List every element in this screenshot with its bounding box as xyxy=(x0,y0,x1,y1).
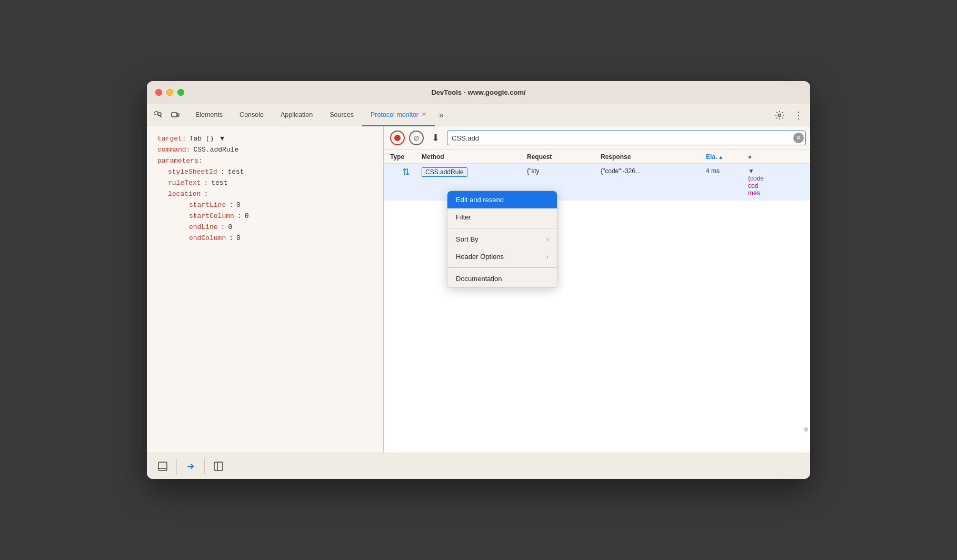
svg-rect-5 xyxy=(158,462,167,471)
startColumn-label: startColumn xyxy=(189,212,234,220)
search-clear-button[interactable]: ✕ xyxy=(793,133,804,143)
styleSheetId-row: styleSheetId : test xyxy=(168,168,373,176)
tab-elements[interactable]: Elements xyxy=(187,104,231,126)
ctx-edit-resend[interactable]: Edit and resend xyxy=(447,191,557,208)
type-icon: ⇅ xyxy=(390,167,422,197)
ctx-filter-label: Filter xyxy=(456,213,471,221)
startLine-value: 0 xyxy=(236,201,241,209)
more-tabs-icon[interactable]: » xyxy=(435,104,448,126)
styleSheetId-value: test xyxy=(227,168,244,176)
ctx-documentation-label: Documentation xyxy=(456,275,502,283)
endLine-row: endLine : 0 xyxy=(189,223,373,231)
ctx-header-options-arrow: › xyxy=(546,253,549,261)
svg-rect-7 xyxy=(214,462,223,471)
ctx-filter[interactable]: Filter xyxy=(447,208,557,226)
tab-console[interactable]: Console xyxy=(231,104,272,126)
ctx-sort-by-arrow: › xyxy=(546,236,549,243)
close-button[interactable] xyxy=(155,89,162,96)
download-button[interactable]: ⬇ xyxy=(428,131,443,145)
record-icon xyxy=(394,135,401,141)
ruleText-value: test xyxy=(211,179,227,187)
title-bar: DevTools - www.google.com/ xyxy=(147,81,810,104)
target-row: target: Tab () ▼ xyxy=(157,135,373,143)
tab-bar: Elements Console Application Sources Pro… xyxy=(147,104,810,126)
clear-icon: ⊘ xyxy=(413,134,420,142)
endLine-label: endLine xyxy=(189,223,218,231)
command-row: command: CSS.addRule xyxy=(157,146,373,154)
menu-icon[interactable]: ⋮ xyxy=(791,108,806,123)
endColumn-label: endColumn xyxy=(189,234,226,242)
settings-icon[interactable] xyxy=(772,108,787,123)
ctx-divider-1 xyxy=(447,228,557,228)
tab-sources[interactable]: Sources xyxy=(321,104,362,126)
ctx-header-options[interactable]: Header Options › xyxy=(447,248,557,265)
devtools-window: DevTools - www.google.com/ Elements xyxy=(147,81,810,479)
window-title: DevTools - www.google.com/ xyxy=(431,88,525,96)
col-elapsed-header[interactable]: Ela. ▲ xyxy=(706,153,748,161)
tab-close-icon[interactable]: ✕ xyxy=(422,111,426,118)
col-more-header[interactable]: » xyxy=(748,153,769,161)
right-panel: ⊘ ⬇ ✕ Type Method Request xyxy=(384,126,810,453)
svg-point-4 xyxy=(779,114,781,116)
ctx-sort-by-label: Sort By xyxy=(456,235,478,243)
ctx-header-options-label: Header Options xyxy=(456,253,504,261)
main-area: target: Tab () ▼ command: CSS.addRule pa… xyxy=(147,126,810,453)
inspect-icon[interactable] xyxy=(151,108,166,123)
target-dropdown[interactable]: ▼ xyxy=(220,135,224,143)
ctx-divider-2 xyxy=(447,267,557,268)
panel-toggle-icon[interactable] xyxy=(155,459,170,474)
clear-button[interactable]: ⊘ xyxy=(409,131,424,145)
svg-rect-0 xyxy=(155,112,158,115)
toolbar-left xyxy=(151,108,183,123)
ctx-edit-resend-label: Edit and resend xyxy=(456,196,504,204)
startLine-row: startLine : 0 xyxy=(189,201,373,209)
ctx-sort-by[interactable]: Sort By › xyxy=(447,231,557,248)
record-button[interactable] xyxy=(390,131,405,145)
command-value: CSS.addRule xyxy=(193,146,238,154)
endColumn-value: 0 xyxy=(236,234,241,242)
parameters-row: parameters: xyxy=(157,157,373,165)
protocol-toolbar: ⊘ ⬇ ✕ xyxy=(384,126,810,150)
col-response-header: Response xyxy=(601,153,706,161)
svg-rect-3 xyxy=(177,114,179,116)
endColumn-row: endColumn : 0 xyxy=(189,234,373,242)
col-type-header: Type xyxy=(390,153,422,161)
search-input[interactable] xyxy=(447,131,806,145)
target-value: Tab () ▼ xyxy=(190,135,224,143)
elapsed-cell: 4 ms xyxy=(706,167,748,197)
sort-asc-icon: ▲ xyxy=(718,154,723,160)
response-cell: {"code":-326... xyxy=(601,167,706,197)
sidebar-toggle-icon[interactable] xyxy=(211,459,226,474)
table-body: ⇅ CSS.addRule {"sty {"code":-326... 4 ms… xyxy=(384,164,810,453)
target-label: target: xyxy=(157,135,186,143)
svg-rect-2 xyxy=(172,113,177,117)
minimize-button[interactable] xyxy=(166,89,173,96)
bottom-divider xyxy=(176,458,177,474)
startColumn-value: 0 xyxy=(245,212,249,220)
ruleText-row: ruleText : test xyxy=(168,179,373,187)
col-method-header: Method xyxy=(422,153,527,161)
tab-protocol-monitor[interactable]: Protocol monitor ✕ xyxy=(362,104,435,126)
ruleText-label: ruleText xyxy=(168,179,201,187)
maximize-button[interactable] xyxy=(177,89,184,96)
location-label: location xyxy=(168,190,201,198)
endLine-value: 0 xyxy=(228,223,232,231)
device-icon[interactable] xyxy=(168,108,183,123)
traffic-lights xyxy=(155,89,184,96)
download-icon: ⬇ xyxy=(432,132,440,144)
left-panel: target: Tab () ▼ command: CSS.addRule pa… xyxy=(147,126,384,453)
styleSheetId-label: styleSheetId xyxy=(168,168,217,176)
scrollbar-thumb xyxy=(804,427,808,432)
table-header: Type Method Request Response Ela. ▲ » xyxy=(384,150,810,164)
send-button[interactable] xyxy=(183,459,198,474)
startColumn-row: startColumn : 0 xyxy=(189,212,373,220)
parameters-label: parameters: xyxy=(157,157,203,165)
col-request-header: Request xyxy=(527,153,601,161)
tab-application[interactable]: Application xyxy=(272,104,321,126)
context-menu: Edit and resend Filter Sort By › Header … xyxy=(447,191,557,288)
tab-bar-right: ⋮ xyxy=(772,108,806,123)
ctx-documentation[interactable]: Documentation xyxy=(447,270,557,287)
location-row: location : xyxy=(168,190,373,198)
startLine-label: startLine xyxy=(189,201,226,209)
command-label: command: xyxy=(157,146,190,154)
